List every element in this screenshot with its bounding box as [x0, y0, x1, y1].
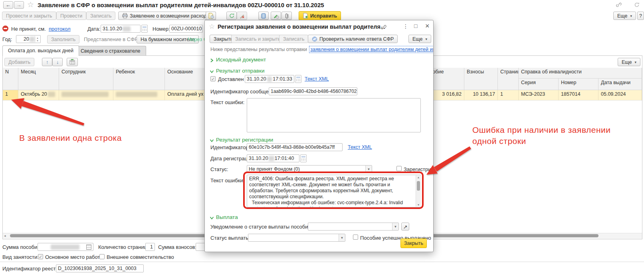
cell-child[interactable]	[113, 90, 165, 101]
year-input[interactable]: 20 ▴▾	[16, 35, 41, 43]
fill-button[interactable]: Заполнить	[47, 35, 79, 43]
dialog-intro: Ниже представлены результаты отправки за…	[210, 47, 434, 52]
dropdown-arrow-icon[interactable]: ▾	[392, 223, 398, 230]
post-and-close-button[interactable]: Провести и закрыть	[2, 12, 56, 20]
payment-status-combo[interactable]: ▾	[248, 234, 345, 242]
date-label: Дата:	[87, 26, 100, 32]
col-series[interactable]: Серия	[519, 79, 559, 90]
dialog-star-icon[interactable]: ☆	[209, 22, 215, 31]
calc-icon[interactable]	[86, 244, 91, 250]
registered-checkbox[interactable]	[396, 166, 402, 171]
paperclip-icon[interactable]	[281, 12, 292, 20]
dialog-bottom-close-button[interactable]: Закрыть	[400, 239, 427, 248]
tab-insurer-info[interactable]: Сведения о страхователе	[75, 46, 146, 56]
payment-group-header[interactable]: Выплата	[216, 214, 238, 220]
delivered-checkbox[interactable]: ✓	[210, 76, 216, 81]
delivered-date-input[interactable]: 31.10.2017:01:33	[245, 75, 294, 83]
date-input[interactable]: 31.10.20	[101, 25, 141, 33]
send-group-header[interactable]: Результат отправки	[216, 68, 265, 74]
refresh-icon[interactable]	[226, 12, 237, 20]
registration-calendar-icon[interactable]	[300, 154, 307, 162]
number-label: Номер:	[153, 26, 170, 32]
statement-link[interactable]: заявления о возмещении выплат родителям …	[309, 46, 434, 53]
link-icon[interactable]	[616, 2, 622, 8]
print-statement-button[interactable]: Заявление о возмещении расходов	[118, 12, 216, 20]
fix-button[interactable]: Исправить	[299, 11, 341, 20]
dialog-kebab-icon[interactable]: ⋮	[403, 23, 408, 30]
registration-group-chevron-icon[interactable]	[210, 138, 214, 142]
check-sfr-response-button[interactable]: Проверить наличие ответа СФР	[308, 35, 398, 43]
open-icon: ↗	[403, 224, 407, 230]
source-group-header[interactable]: Исходный документ	[216, 57, 266, 63]
col-pages[interactable]: Страниц	[498, 68, 519, 90]
tab-payment-days[interactable]: Оплата доп. выходных дней	[2, 45, 79, 56]
benefit-paid-checkbox[interactable]	[353, 235, 358, 240]
dropdown-arrow-icon[interactable]: ▾	[339, 234, 345, 241]
cell-issued[interactable]: 05.09.2024	[598, 90, 642, 101]
help-button[interactable]: ?	[637, 12, 644, 20]
window-refresh-icon[interactable]	[634, 2, 640, 8]
sign-history-icon[interactable]	[271, 12, 281, 20]
main-job-checkbox[interactable]: ✓	[38, 254, 43, 259]
move-up-button[interactable]: ↑	[42, 58, 52, 66]
dialog-write-close-button[interactable]: Записать и закрыть	[231, 35, 285, 43]
move-down-button[interactable]: ↓	[52, 58, 63, 66]
registration-group-header[interactable]: Результат регистрации	[216, 137, 273, 143]
cell-number[interactable]: 1857014	[559, 90, 598, 101]
external-job-checkbox[interactable]	[99, 254, 105, 259]
forward-button[interactable]: →	[14, 1, 24, 9]
col-child[interactable]: Ребенок	[113, 68, 165, 90]
col-contrib[interactable]: Взносы	[464, 68, 498, 90]
source-group-chevron-icon[interactable]	[210, 58, 214, 63]
write-button[interactable]: Записать	[86, 12, 115, 20]
table-more-button[interactable]: Еще▾	[618, 58, 640, 66]
date-calendar-icon[interactable]	[141, 25, 148, 33]
registry-id-input[interactable]: D_1023061938_2025_10_31_0003	[56, 264, 144, 272]
col-number[interactable]: Номер	[559, 79, 598, 90]
registration-id-input[interactable]: 60e10c7b-549f-4fa3-868e-b00e9b45a7ff	[247, 143, 343, 151]
year-spinner[interactable]: ▴▾	[35, 36, 40, 42]
structure-icon[interactable]	[258, 12, 269, 20]
dialog-write-button[interactable]: Записать	[279, 35, 308, 43]
dialog-more-button[interactable]: Еще▾	[408, 35, 431, 43]
payment-group-chevron-icon[interactable]	[210, 216, 214, 220]
cell-pages[interactable]: 1	[498, 90, 519, 101]
registration-date-input[interactable]: 31.10.2017:01:40	[247, 154, 299, 162]
col-issued[interactable]: Дата выдачи	[598, 79, 642, 90]
document-history-icon[interactable]	[206, 12, 216, 20]
dialog-title: Регистрация заявления о возмещении выпла…	[218, 24, 385, 30]
left-annotation-text: В заявлении одна строка	[19, 133, 122, 143]
dialog-close-icon[interactable]: ×	[425, 22, 430, 30]
chevron-down-icon: ▾	[425, 37, 427, 41]
table-settings-icon[interactable]	[67, 58, 78, 66]
cell-series[interactable]: МСЭ-2023	[519, 90, 559, 101]
scroll-left-icon[interactable]: ◂	[4, 234, 6, 238]
dialog-maximize-icon[interactable]: □	[414, 23, 417, 29]
send-error-textarea[interactable]	[247, 98, 421, 132]
dialog-link-icon[interactable]	[380, 24, 387, 30]
status-text: Не принят, см.	[11, 26, 46, 32]
back-button[interactable]: ←	[3, 1, 13, 9]
protocol-link[interactable]: протокол	[49, 26, 71, 32]
status-label: Статус:	[210, 166, 228, 172]
pages-count-input[interactable]: 1	[145, 243, 155, 251]
number-input[interactable]: 00ZU-000010	[169, 25, 203, 33]
post-button[interactable]: Провести	[56, 12, 86, 20]
send-group-chevron-icon[interactable]	[210, 69, 214, 73]
delivered-calendar-icon[interactable]	[295, 75, 301, 83]
cancel-signature-icon[interactable]	[237, 12, 247, 20]
payment-notice-combo[interactable]: ▾	[308, 223, 399, 231]
benefit-sum-input[interactable]	[38, 243, 93, 251]
col-month[interactable]: Месяц	[18, 68, 59, 90]
send-xml-link[interactable]: Текст XML	[305, 76, 329, 82]
open-notice-button[interactable]: ↗	[401, 223, 409, 231]
more-button-top[interactable]: Еще▾	[613, 12, 636, 20]
add-row-button[interactable]: Добавить	[4, 58, 34, 66]
message-id-input[interactable]: 1aab699c-9d80-42bd-b486-45607867027c	[269, 87, 357, 95]
col-n[interactable]: N	[3, 68, 18, 90]
col-employee[interactable]: Сотрудник	[59, 68, 113, 90]
col-cert-group[interactable]: Справка об инвалидности	[519, 68, 642, 79]
cell-contrib[interactable]: 10 136,17	[464, 90, 498, 101]
favorite-star-icon[interactable]: ☆	[27, 0, 34, 9]
registration-xml-link[interactable]: Текст XML	[348, 144, 372, 150]
